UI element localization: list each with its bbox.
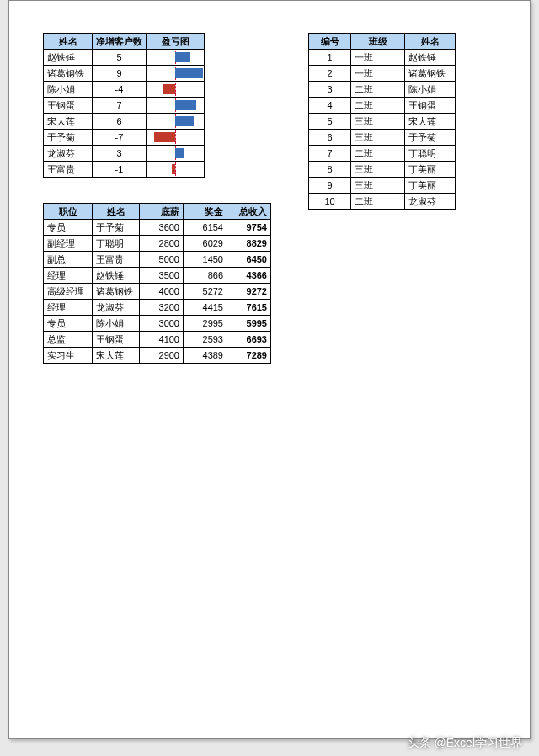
chart-axis — [175, 83, 176, 96]
cell-name: 丁聪明 — [93, 236, 140, 252]
cell-role: 副经理 — [44, 236, 93, 252]
page: 姓名 净增客户数 盈亏图 赵铁锤5诸葛钢铁9陈小娟-4王钢蛋7宋大莲6于予菊-7… — [8, 0, 531, 739]
cell-id: 2 — [309, 66, 351, 82]
table-row: 1一班赵铁锤 — [309, 50, 456, 66]
cell-class: 二班 — [351, 194, 405, 210]
th-id: 编号 — [309, 34, 351, 50]
cell-base: 2900 — [140, 348, 184, 364]
cell-base: 4100 — [140, 332, 184, 348]
cell-base: 4000 — [140, 284, 184, 300]
cell-chart — [147, 82, 205, 98]
cell-chart — [147, 130, 205, 146]
cell-id: 9 — [309, 178, 351, 194]
cell-bonus: 6154 — [184, 220, 227, 236]
cell-name: 丁美丽 — [405, 178, 456, 194]
cell-bonus: 2995 — [184, 316, 227, 332]
table-row: 3二班陈小娟 — [309, 82, 456, 98]
cell-bonus: 2593 — [184, 332, 227, 348]
cell-name: 诸葛钢铁 — [44, 66, 93, 82]
cell-name: 宋大莲 — [405, 114, 456, 130]
cell-chart — [147, 50, 205, 66]
table3-head: 职位 姓名 底薪 奖金 总收入 — [44, 204, 271, 220]
cell-bonus: 866 — [184, 268, 227, 284]
table-row: 赵铁锤5 — [44, 50, 205, 66]
cell-class: 三班 — [351, 162, 405, 178]
cell-base: 5000 — [140, 252, 184, 268]
cell-name: 王钢蛋 — [93, 332, 140, 348]
cell-role: 实习生 — [44, 348, 93, 364]
cell-chart — [147, 66, 205, 82]
table-net-increase: 姓名 净增客户数 盈亏图 赵铁锤5诸葛钢铁9陈小娟-4王钢蛋7宋大莲6于予菊-7… — [43, 33, 205, 178]
cell-role: 经理 — [44, 300, 93, 316]
th-delta: 净增客户数 — [93, 34, 147, 50]
bar-negative — [172, 164, 175, 174]
cell-delta: 7 — [93, 98, 147, 114]
cell-delta: -7 — [93, 130, 147, 146]
cell-name: 诸葛钢铁 — [405, 66, 456, 82]
th-base: 底薪 — [140, 204, 184, 220]
table-row: 副经理丁聪明280060298829 — [44, 236, 271, 252]
bar-positive — [175, 148, 184, 158]
cell-total: 4366 — [227, 268, 271, 284]
cell-id: 7 — [309, 146, 351, 162]
table-row: 诸葛钢铁9 — [44, 66, 205, 82]
cell-delta: 9 — [93, 66, 147, 82]
bar-positive — [175, 68, 203, 78]
th-name: 姓名 — [93, 204, 140, 220]
cell-id: 5 — [309, 114, 351, 130]
cell-base: 3600 — [140, 220, 184, 236]
table-row: 于予菊-7 — [44, 130, 205, 146]
cell-name: 王富贵 — [44, 162, 93, 178]
cell-base: 3000 — [140, 316, 184, 332]
table-row: 9三班丁美丽 — [309, 178, 456, 194]
cell-class: 一班 — [351, 66, 405, 82]
cell-name: 陈小娟 — [44, 82, 93, 98]
cell-total: 6693 — [227, 332, 271, 348]
table-row: 2一班诸葛钢铁 — [309, 66, 456, 82]
cell-name: 丁美丽 — [405, 162, 456, 178]
cell-chart — [147, 114, 205, 130]
cell-name: 龙淑芬 — [93, 300, 140, 316]
table-salary: 职位 姓名 底薪 奖金 总收入 专员于予菊360061549754副经理丁聪明2… — [43, 203, 271, 364]
cell-name: 宋大莲 — [44, 114, 93, 130]
cell-role: 高级经理 — [44, 284, 93, 300]
cell-class: 二班 — [351, 82, 405, 98]
cell-id: 3 — [309, 82, 351, 98]
cell-name: 陈小娟 — [405, 82, 456, 98]
cell-name: 赵铁锤 — [405, 50, 456, 66]
chart-axis — [175, 130, 176, 144]
cell-total: 7289 — [227, 348, 271, 364]
cell-total: 9272 — [227, 284, 271, 300]
table-row: 陈小娟-4 — [44, 82, 205, 98]
cell-bonus: 4389 — [184, 348, 227, 364]
cell-name: 于予菊 — [93, 220, 140, 236]
cell-bonus: 6029 — [184, 236, 227, 252]
cell-name: 龙淑芬 — [405, 194, 456, 210]
cell-chart — [147, 162, 205, 178]
table-row: 6三班于予菊 — [309, 130, 456, 146]
cell-base: 3200 — [140, 300, 184, 316]
cell-class: 三班 — [351, 114, 405, 130]
cell-class: 一班 — [351, 50, 405, 66]
cell-role: 经理 — [44, 268, 93, 284]
cell-class: 三班 — [351, 130, 405, 146]
th-name: 姓名 — [405, 34, 456, 50]
cell-class: 三班 — [351, 178, 405, 194]
cell-name: 赵铁锤 — [44, 50, 93, 66]
cell-delta: 6 — [93, 114, 147, 130]
table-roster: 编号 班级 姓名 1一班赵铁锤2一班诸葛钢铁3二班陈小娟4二班王钢蛋5三班宋大莲… — [308, 33, 456, 210]
cell-base: 2800 — [140, 236, 184, 252]
chart-axis — [175, 162, 176, 176]
bar-positive — [175, 116, 194, 126]
cell-name: 丁聪明 — [405, 146, 456, 162]
cell-chart — [147, 146, 205, 162]
cell-class: 二班 — [351, 146, 405, 162]
cell-id: 1 — [309, 50, 351, 66]
cell-total: 5995 — [227, 316, 271, 332]
table-row: 实习生宋大莲290043897289 — [44, 348, 271, 364]
th-chart: 盈亏图 — [147, 34, 205, 50]
content-area: 姓名 净增客户数 盈亏图 赵铁锤5诸葛钢铁9陈小娟-4王钢蛋7宋大莲6于予菊-7… — [43, 26, 513, 713]
cell-role: 专员 — [44, 220, 93, 236]
bar-negative — [154, 132, 175, 142]
cell-base: 3500 — [140, 268, 184, 284]
